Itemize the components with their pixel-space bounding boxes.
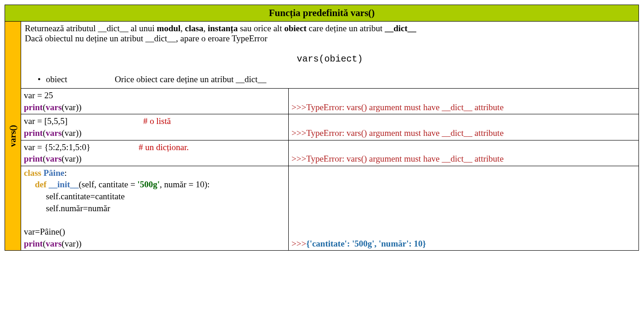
prompt: >>>	[291, 239, 306, 248]
table-title: Funcția predefinită vars()	[5, 5, 638, 22]
kw-print: print	[24, 239, 43, 248]
output-cell: >>>TypeError: vars() argument must have …	[289, 114, 638, 140]
txt: var = {5:2,5:1,5:0}	[24, 141, 139, 153]
output-cell: >>>{'cantitate': '500g', 'număr': 10}	[289, 166, 638, 250]
kw-class: class	[24, 168, 41, 178]
init-name: __init__	[46, 180, 78, 189]
code-line: var = [5,5,5]# o listă	[24, 115, 286, 127]
txt: var	[65, 128, 76, 138]
txt: ))	[76, 128, 82, 138]
bold: instanța	[207, 23, 237, 33]
txt: self.cantitate=cantitate	[46, 191, 125, 201]
description-cell: Returnează atributul __dict__ al unui mo…	[21, 22, 638, 89]
prompt: >>>	[291, 154, 306, 163]
kw-print: print	[24, 102, 43, 112]
code-line: var=Pâine()	[24, 226, 286, 238]
txt: ))	[76, 154, 82, 163]
side-label: vars()	[8, 125, 18, 146]
txt: sau orice alt	[238, 23, 284, 33]
code-cell: var = [5,5,5]# o listă print(vars(var))	[21, 114, 289, 140]
example-row-4: class Pâine: def __init__(self, cantitat…	[21, 166, 638, 250]
code-line: print(vars(var))	[24, 153, 286, 165]
kw-vars: vars	[46, 102, 62, 112]
code-cell: class Pâine: def __init__(self, cantitat…	[21, 166, 289, 250]
param-desc: Orice obiect care deține un atribut __di…	[115, 74, 266, 84]
bold: modul	[157, 23, 181, 33]
code-line: var = {5:2,5:1,5:0}# un dicționar.	[24, 141, 286, 153]
kw-vars: vars	[46, 239, 62, 248]
code-line: def __init__(self, cantitate = '500g', n…	[24, 179, 286, 191]
txt: self.număr=număr	[46, 203, 110, 213]
output-line: >>>TypeError: vars() argument must have …	[291, 101, 504, 113]
stdout: {'cantitate': '500g', 'număr': 10}	[306, 239, 426, 248]
output-line: >>>TypeError: vars() argument must have …	[291, 153, 504, 165]
code-line: self.cantitate=cantitate	[24, 191, 286, 202]
example-row-2: var = [5,5,5]# o listă print(vars(var)) …	[21, 114, 638, 140]
txt: , număr = 10):	[160, 180, 210, 189]
syntax: vars(obiect)	[25, 54, 635, 64]
bold: obiect	[284, 23, 307, 33]
param-name: obiect	[46, 74, 115, 84]
txt: var	[65, 154, 76, 163]
txt: (self, cantitate =	[79, 180, 138, 189]
txt: ))	[76, 102, 82, 112]
kw-print: print	[24, 128, 43, 138]
class-name: Pâine	[41, 168, 64, 178]
txt: var = [5,5,5]	[24, 115, 143, 127]
stderr: TypeError: vars() argument must have __d…	[306, 102, 504, 112]
output-cell: >>>TypeError: vars() argument must have …	[289, 140, 638, 166]
txt: Returnează atributul __dict__ al unui	[25, 23, 157, 33]
kw-vars: vars	[46, 154, 62, 163]
output-line: >>>TypeError: vars() argument must have …	[291, 127, 504, 139]
stderr: TypeError: vars() argument must have __d…	[306, 128, 504, 138]
code-line: print(vars(var))	[24, 127, 286, 139]
bold: clasa	[185, 23, 203, 33]
desc-line-2: Dacă obiectul nu deține un atribut __dic…	[25, 34, 635, 44]
txt: :	[64, 168, 67, 178]
txt: ,	[180, 23, 185, 33]
code-line: print(vars(var))	[24, 238, 286, 250]
main-row: vars() Returnează atributul __dict__ al …	[5, 22, 638, 250]
txt: var	[65, 102, 76, 112]
bold: __dict__	[385, 23, 416, 33]
comment: # un dicționar.	[139, 142, 189, 152]
kw-vars: vars	[46, 128, 62, 138]
code-line: var = 25	[24, 90, 286, 101]
desc-line-1: Returnează atributul __dict__ al unui mo…	[25, 23, 635, 34]
output-line: >>>{'cantitate': '500g', 'număr': 10}	[291, 238, 426, 250]
comment: # o listă	[143, 116, 171, 126]
kw-print: print	[24, 154, 43, 163]
example-row-1: var = 25 print(vars(var)) >>>TypeError: …	[21, 89, 638, 114]
side-label-cell: vars()	[5, 22, 21, 250]
kw-def: def	[35, 180, 46, 189]
code-line: print(vars(var))	[24, 101, 286, 113]
content: Returnează atributul __dict__ al unui mo…	[21, 22, 638, 250]
txt: ))	[76, 239, 82, 248]
code-line: self.număr=număr	[24, 202, 286, 214]
txt: ,	[203, 23, 208, 33]
code-cell: var = 25 print(vars(var))	[21, 89, 289, 114]
txt: var	[65, 239, 76, 248]
example-row-3: var = {5:2,5:1,5:0}# un dicționar. print…	[21, 140, 638, 166]
stderr: TypeError: vars() argument must have __d…	[306, 154, 504, 163]
code-cell: var = {5:2,5:1,5:0}# un dicționar. print…	[21, 140, 289, 166]
blank-line	[24, 214, 286, 226]
code-line: class Pâine:	[24, 167, 286, 179]
param-row: • obiect Orice obiect care deține un atr…	[25, 74, 635, 84]
bullet-icon: •	[38, 74, 46, 84]
prompt: >>>	[291, 128, 306, 138]
output-cell: >>>TypeError: vars() argument must have …	[289, 89, 638, 114]
string: '500g'	[137, 180, 160, 189]
vars-table: Funcția predefinită vars() vars() Return…	[5, 5, 639, 251]
prompt: >>>	[291, 102, 306, 112]
txt: care deține un atribut	[307, 23, 385, 33]
